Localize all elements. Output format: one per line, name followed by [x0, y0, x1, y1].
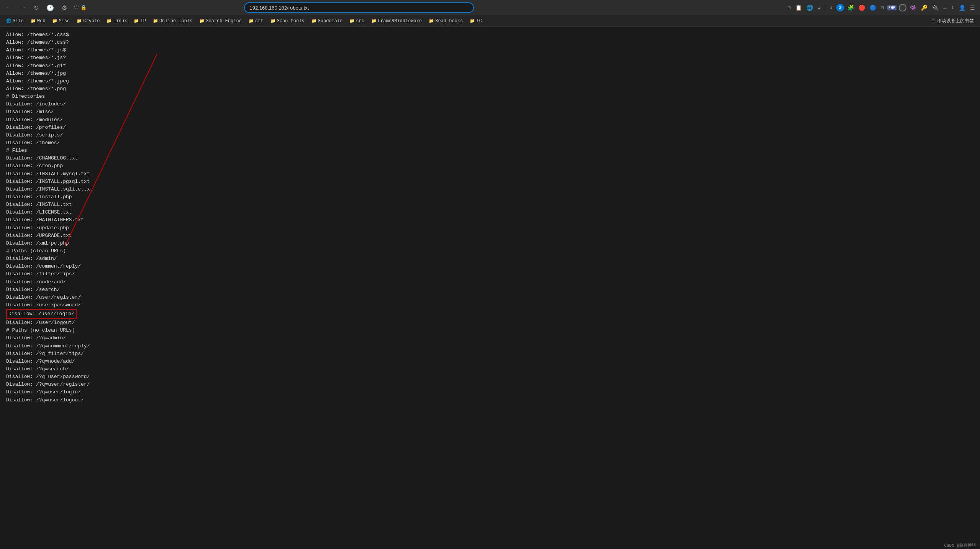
bookmark-label-subdomain: Subdomain	[318, 18, 343, 24]
history-button[interactable]: 🕐	[44, 3, 56, 12]
bookmark-subdomain[interactable]: 📁 Subdomain	[308, 18, 346, 25]
bookmark-ic[interactable]: 📁 IC	[467, 18, 485, 25]
line-item: Disallow: /LICENSE.txt	[6, 209, 974, 216]
bookmark-label-frame-middleware: Frame&Middleware	[378, 18, 422, 24]
person-icon[interactable]: 👤	[958, 3, 967, 12]
line-item: Disallow: /INSTALL.mysql.txt	[6, 170, 974, 178]
translate-icon[interactable]: 🌐	[805, 3, 814, 12]
back-button[interactable]: ←	[4, 3, 15, 12]
scan-tools-icon: 📁	[270, 18, 276, 23]
bookmark-scan-tools[interactable]: 📁 Scan tools	[267, 18, 308, 25]
php-icon[interactable]: PHP	[887, 5, 896, 10]
bookmark-label-mobile: 移动设备上的书签	[937, 18, 974, 24]
extensions-icon[interactable]: ⊞	[786, 3, 792, 12]
plug-icon[interactable]: 🔌	[931, 3, 940, 12]
bookmark-crypto[interactable]: 📁 Crypto	[74, 18, 103, 25]
line-item: # Directories	[6, 93, 974, 100]
line-item: Disallow: /?q=comment/reply/	[6, 342, 974, 350]
search-engine-icon: 📁	[199, 18, 205, 23]
puzzle-icon[interactable]: 🧩	[846, 3, 855, 12]
footer-text: CSDN @蒜宫博毕	[940, 542, 980, 549]
line-item: Allow: /themes/*.js?	[6, 54, 974, 62]
toolbar-icons: ⊞ 📋 🌐 ★ ⬇ 2 🧩 🛑 🔵 ⊟ PHP 👾 🔑 🔌 ↩ ↕ 👤 ☰	[786, 3, 976, 12]
src-icon: 📁	[349, 18, 355, 23]
profile-badge[interactable]: 2	[836, 4, 844, 12]
bookmark-mobile[interactable]: 📱 移动设备上的书签	[928, 17, 977, 25]
line-item: Disallow: /?q=search/	[6, 365, 974, 373]
bookmarks-bar: 🌐 Site 📁 Web 📁 Misc 📁 Crypto 📁 Linux 📁 I…	[0, 15, 980, 27]
bookmark-ctf[interactable]: 📁 ctf	[246, 18, 267, 25]
subdomain-icon: 📁	[311, 18, 317, 23]
reload-button[interactable]: ↻	[31, 3, 41, 12]
bookmark-search-engine[interactable]: 📁 Search Engine	[196, 18, 245, 25]
line-item: Disallow: /update.php	[6, 224, 974, 232]
ip-icon: 📁	[134, 18, 139, 23]
line-item: Disallow: /misc/	[6, 108, 974, 116]
hacker-icon[interactable]: 👾	[909, 3, 918, 12]
star-icon[interactable]: ★	[816, 3, 822, 12]
line-item: # Paths (clean URLs)	[6, 247, 974, 255]
line-item: Disallow: /?q=user/logout/	[6, 396, 974, 404]
line-item: Allow: /themes/*.js$	[6, 46, 974, 54]
bookmark-label-crypto: Crypto	[83, 18, 100, 24]
linux-icon: 📁	[107, 18, 112, 23]
bookmark-online-tools[interactable]: 📁 Online-Tools	[150, 18, 195, 25]
bookmark-misc[interactable]: 📁 Misc	[49, 18, 73, 25]
arrow-icon[interactable]: ↩	[942, 3, 947, 12]
bookmark-label-site: Site	[13, 18, 24, 24]
layers-icon[interactable]: ⊟	[880, 3, 885, 12]
line-item: Disallow: /filter/tips/	[6, 270, 974, 278]
line-item: # Paths (no clean URLs)	[6, 327, 974, 334]
line-item: # Files	[6, 147, 974, 155]
ic-icon: 📁	[470, 18, 475, 23]
navigation-bar: ← → ↻ 🕐 ⚙ 🛡 🔒 ⊞ 📋 🌐 ★ ⬇ 2 🧩 🛑 🔵 ⊟ PHP 👾	[0, 0, 980, 15]
line-item: Disallow: /xmlrpc.php	[6, 240, 974, 247]
bookmark-read-books[interactable]: 📁 Read books	[426, 18, 466, 25]
settings-button[interactable]: ⚙	[59, 3, 69, 12]
circle-icon[interactable]	[899, 4, 906, 12]
bookmark-src[interactable]: 📁 src	[346, 18, 367, 25]
online-tools-icon: 📁	[153, 18, 158, 23]
bookmark-label-scan-tools: Scan tools	[277, 18, 305, 24]
cursor-icon[interactable]: ↕	[950, 3, 955, 12]
misc-icon: 📁	[52, 18, 57, 23]
bookmark-site[interactable]: 🌐 Site	[3, 18, 27, 25]
bookmark-web[interactable]: 📁 Web	[28, 18, 49, 25]
download-icon[interactable]: ⬇	[828, 3, 834, 12]
key-icon[interactable]: 🔑	[920, 3, 929, 12]
address-bar[interactable]	[249, 5, 469, 11]
line-item: Disallow: /admin/	[6, 255, 974, 263]
line-item: Disallow: /CHANGELOG.txt	[6, 155, 974, 162]
crypto-icon: 📁	[77, 18, 82, 23]
address-bar-container[interactable]	[244, 2, 474, 13]
line-item: Disallow: /modules/	[6, 116, 974, 124]
bookmark-ip[interactable]: 📁 IP	[131, 18, 149, 25]
adblock-icon[interactable]: 🛑	[857, 3, 866, 12]
line-item: Disallow: /user/password/	[6, 301, 974, 309]
highlighted-box: Disallow: /user/login/	[6, 309, 77, 319]
bookmark-label-web: Web	[37, 18, 46, 24]
line-item: Disallow: /INSTALL.pgsql.txt	[6, 178, 974, 186]
frame-middleware-icon: 📁	[371, 18, 377, 23]
bookmark-label-src: src	[356, 18, 364, 24]
line-item: Disallow: /user/register/	[6, 294, 974, 301]
line-item: Disallow: /?q=user/password/	[6, 373, 974, 381]
bookmark-label-ctf: ctf	[255, 18, 264, 24]
helper-icon[interactable]: 🔵	[869, 3, 877, 12]
line-item: Disallow: /user/login/	[6, 309, 974, 319]
bookmark-linux[interactable]: 📁 Linux	[103, 18, 130, 25]
bookmark-label-ic: IC	[476, 18, 482, 24]
line-item: Disallow: /cron.php	[6, 162, 974, 170]
line-item: Allow: /themes/*.gif	[6, 62, 974, 70]
line-item: Disallow: /?q=user/login/	[6, 388, 974, 396]
clipboard-icon[interactable]: 📋	[794, 3, 803, 12]
forward-button[interactable]: →	[18, 3, 28, 12]
menu-icon[interactable]: ☰	[969, 3, 976, 12]
line-item: Disallow: /?q=admin/	[6, 334, 974, 342]
bookmark-label-linux: Linux	[113, 18, 127, 24]
bookmark-label-misc: Misc	[59, 18, 70, 24]
footer-label: CSDN @蒜宫博毕	[944, 543, 976, 548]
bookmark-label-search-engine: Search Engine	[206, 18, 242, 24]
bookmark-frame-middleware[interactable]: 📁 Frame&Middleware	[368, 18, 425, 25]
line-item: Disallow: /install.php	[6, 193, 974, 201]
